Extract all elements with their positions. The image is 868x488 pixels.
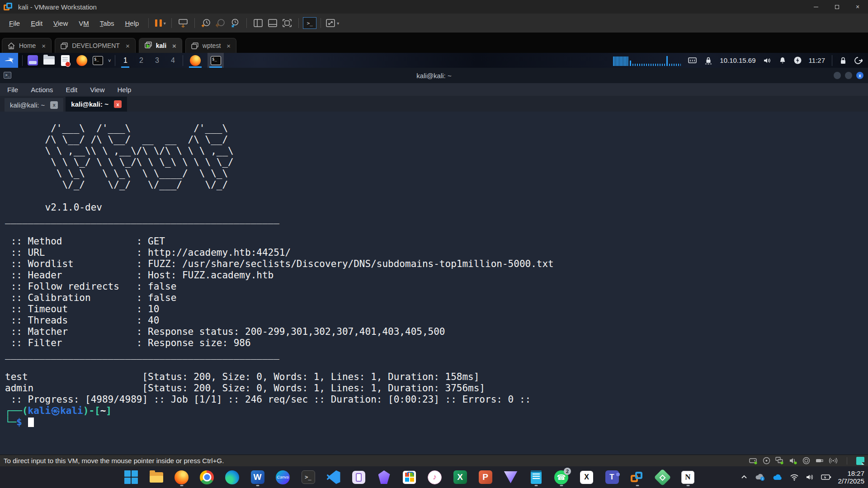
take-snapshot-button[interactable] [199,16,213,30]
tab-close-icon[interactable]: × [124,42,130,50]
firefox-launcher[interactable] [75,54,88,66]
tmenu-view[interactable]: View [90,86,104,94]
whatsapp-button[interactable]: ☎2 [553,467,569,487]
phone-link-button[interactable] [351,467,367,487]
vmware-button[interactable] [629,467,645,487]
kali-menu-button[interactable] [0,53,18,68]
terminal-maximize-button[interactable] [845,72,852,79]
chrome-button[interactable] [199,467,215,487]
lock-screen-icon[interactable] [839,56,847,65]
terminal-tab-1[interactable]: kali@kali: ~ x [5,98,63,112]
workspace-4[interactable]: 4 [167,53,179,68]
battery-icon[interactable] [821,474,831,480]
tab-close-icon[interactable]: x [50,101,58,109]
close-button[interactable]: × [847,0,868,14]
chevron-down-icon[interactable]: ˅ [108,58,111,63]
powerpoint-button[interactable]: P [477,467,493,487]
menu-edit[interactable]: Edit [25,16,48,30]
file-manager-launcher[interactable] [43,54,55,66]
menu-tabs[interactable]: Tabs [94,16,120,30]
cpu-graph[interactable] [613,55,681,66]
cd-rom-icon[interactable] [763,457,770,465]
show-thumbnail-bar-button[interactable] [265,16,280,30]
message-note-icon[interactable] [856,457,864,465]
chevron-down-icon[interactable]: ▾ [337,21,339,26]
revert-snapshot-button[interactable] [213,16,228,30]
text-editor-launcher[interactable] [59,54,71,66]
obsidian-button[interactable] [376,467,392,487]
edge-button[interactable] [224,467,240,487]
signal-icon[interactable] [829,457,838,465]
panel-clock[interactable]: 11:27 [809,56,825,64]
show-library-button[interactable] [251,16,265,30]
sourcetree-button[interactable] [655,467,670,487]
notepad-button[interactable] [528,467,544,487]
pause-vm-button[interactable]: ▾ [153,16,167,30]
tab-close-icon[interactable]: x [114,100,122,108]
terminal-close-button[interactable]: x [856,72,863,79]
notion-button[interactable]: N [680,467,696,487]
snapshot-manager-button[interactable] [228,16,242,30]
sound-icon[interactable] [789,457,797,465]
firefox-button[interactable] [174,467,189,487]
menu-view[interactable]: View [48,16,73,30]
terminal-tab-2[interactable]: kali@kali: ~ x [66,97,127,112]
cloud-sync-icon[interactable]: i [755,473,765,481]
volume-icon[interactable] [806,474,814,481]
network-adapter-icon[interactable] [775,457,784,465]
usb-device-icon[interactable] [815,457,824,465]
unity-mode-button[interactable] [280,16,294,30]
notifications-bell-icon[interactable] [778,56,787,65]
word-button[interactable]: W [250,467,265,487]
excel-button[interactable]: X [452,467,468,487]
canva-button[interactable]: Canva [275,467,291,487]
tmenu-help[interactable]: Help [117,86,131,94]
tab-close-icon[interactable]: × [40,42,46,50]
tab-home[interactable]: Home × [2,38,52,53]
tmenu-actions[interactable]: Actions [31,86,53,94]
ctrl-alt-del-button[interactable] [176,16,190,30]
logout-icon[interactable] [854,56,863,65]
workspace-1[interactable]: 1 [119,53,131,68]
vscode-button[interactable] [326,467,341,487]
microsoft-store-button[interactable] [401,467,417,487]
hard-disk-icon[interactable] [749,457,758,465]
file-explorer-button[interactable] [148,467,164,487]
taskbar-terminal-window[interactable]: $_ [208,53,224,68]
tray-chevron-up-icon[interactable] [741,474,748,481]
teams-button[interactable]: T [604,467,620,487]
tmenu-edit[interactable]: Edit [66,86,77,94]
taskbar-firefox-window[interactable] [187,53,203,68]
workspace-2[interactable]: 2 [135,53,147,68]
free-stretch-button[interactable]: ▾ [325,16,340,30]
vpn-lock-icon[interactable] [704,56,713,65]
disc-icon[interactable] [802,457,810,465]
tab-development[interactable]: DEVELOPMENT × [55,38,136,53]
protonvpn-button[interactable] [503,467,519,487]
capcut-button[interactable]: X [579,467,594,487]
menu-vm[interactable]: VM [73,16,94,30]
tray-clock[interactable]: 18:27 2/7/2025 [838,469,864,485]
itunes-button[interactable]: ♪ [427,467,443,487]
terminal-output[interactable]: /'___\ /'___\ /'___\ /\ \__/ /\ \__/ __ … [0,112,868,455]
tab-wptest[interactable]: wptest × [185,38,236,53]
files-app-launcher[interactable] [27,54,39,66]
ethernet-icon[interactable] [688,56,697,65]
menu-file[interactable]: File [4,16,25,30]
maximize-button[interactable] [826,0,847,14]
console-view-button[interactable]: >_ [303,17,316,29]
terminal-titlebar[interactable]: >_ kali@kali: ~ x [0,68,868,83]
start-button[interactable] [123,467,139,487]
tab-close-icon[interactable]: × [225,42,231,50]
terminal-launcher[interactable]: $_ [92,54,104,66]
windows-terminal-button[interactable]: >_ [300,467,316,487]
tmenu-file[interactable]: File [7,86,18,94]
power-manager-icon[interactable] [793,56,802,65]
terminal-minimize-button[interactable] [834,72,841,79]
menu-help[interactable]: Help [120,16,145,30]
tab-kali[interactable]: kali × [139,38,182,53]
minimize-button[interactable] [806,0,826,14]
ip-address[interactable]: 10.10.15.69 [720,56,755,64]
onedrive-icon[interactable] [772,473,783,481]
chevron-down-icon[interactable]: ▾ [164,21,166,26]
